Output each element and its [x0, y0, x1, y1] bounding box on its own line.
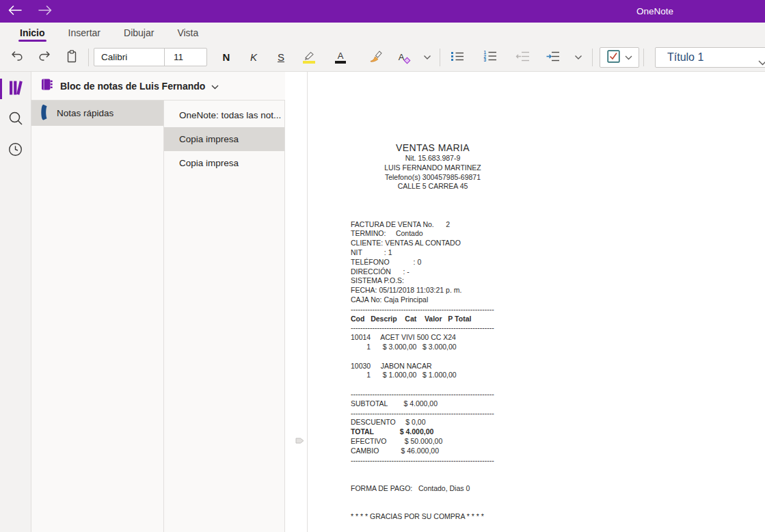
receipt-line: CLIENTE: VENTAS AL CONTADO [351, 239, 515, 248]
formatting-toolbar: Calibri 11 N K S A A [0, 43, 765, 72]
receipt-line: DESCUENTO $ 0,00 [351, 418, 515, 427]
highlighter-icon [302, 51, 316, 64]
receipt-line: TELÉFONO : 0 [351, 258, 515, 267]
titlebar: OneNote [0, 0, 765, 23]
undo-button[interactable] [3, 46, 31, 69]
bullet-list-button[interactable] [443, 46, 472, 69]
decrease-indent-button[interactable] [507, 46, 539, 69]
receipt-line [351, 465, 515, 475]
pages-panel: OneNote: todas las not... Copia impresa … [164, 101, 285, 532]
receipt-line: CAMBIO $ 46.000,00 [351, 447, 515, 456]
receipt-line [351, 380, 515, 390]
page-item[interactable]: OneNote: todas las not... [164, 103, 284, 127]
page-item[interactable]: Copia impresa [164, 151, 284, 175]
chevron-down-icon [625, 52, 632, 62]
notebook-title: Bloc de notas de Luis Fernando [60, 81, 205, 92]
chevron-down-icon [758, 56, 765, 68]
font-color-button[interactable]: A [326, 46, 355, 69]
ribbon-tab[interactable]: Inicio [18, 23, 46, 43]
todo-tag-button[interactable] [600, 47, 639, 68]
bullet-list-icon [450, 51, 465, 64]
receipt-line: DIRECCIÓN : - [351, 267, 515, 277]
list-options-expand-button[interactable] [569, 46, 588, 69]
search-rail-button[interactable] [0, 106, 31, 133]
underline-button[interactable]: S [267, 46, 295, 69]
receipt-line: TOTAL $ 4.000,00 [351, 427, 515, 437]
format-painter-icon [368, 49, 384, 65]
font-combo: Calibri 11 [94, 48, 207, 66]
numbered-list-button[interactable]: 1 2 3 [474, 46, 506, 69]
receipt-line [351, 191, 515, 201]
receipt-line: ----------------------------------------… [351, 409, 515, 418]
collapse-pane-button[interactable] [294, 435, 306, 449]
onenote-window: OneNote Inicio Insertar Dibujar Vista Ca… [0, 0, 765, 532]
toolbar-separator [88, 49, 89, 66]
italic-icon: K [250, 51, 257, 63]
highlight-button[interactable] [295, 46, 323, 69]
receipt-line [351, 201, 515, 211]
underline-icon: S [278, 51, 284, 63]
undo-icon [10, 49, 24, 65]
receipt-line: FORMA DE PAGO: Contado, Dias 0 [351, 484, 515, 494]
receipt-line: SISTEMA P.O.S: [351, 276, 515, 286]
increase-indent-icon [546, 51, 561, 64]
toolbar-separator [592, 49, 593, 66]
section-label: Notas rápidas [57, 108, 113, 118]
back-icon [8, 5, 23, 18]
style-select[interactable]: Título 1 [655, 47, 765, 68]
receipt-line: ----------------------------------------… [351, 456, 515, 466]
section-item[interactable]: Notas rápidas [31, 101, 163, 126]
bold-icon: N [223, 51, 230, 63]
ribbon-tab[interactable]: Dibujar [122, 23, 155, 43]
paste-icon [65, 49, 79, 66]
pane-gutter [285, 72, 308, 532]
receipt-line: Telefono(s) 300457985-69871 [351, 173, 515, 183]
ribbon-tab[interactable]: Insertar [67, 23, 102, 43]
clear-formatting-button[interactable]: A [390, 46, 418, 69]
page-canvas[interactable]: VENTAS MARIA Nit. 15.683.987-9 LUIS FERN… [308, 72, 765, 532]
font-options-expand-button[interactable] [418, 46, 437, 69]
ribbon-tab[interactable]: Vista [176, 23, 200, 43]
paste-button[interactable] [58, 46, 85, 69]
svg-text:3: 3 [484, 57, 487, 62]
receipt-text-block[interactable]: VENTAS MARIA Nit. 15.683.987-9 LUIS FERN… [351, 142, 515, 522]
receipt-line: 10030 JABON NACAR [351, 362, 515, 371]
sections-panel: Notas rápidas [31, 101, 164, 532]
font-color-icon: A [335, 51, 346, 64]
numbered-list-icon: 1 2 3 [483, 50, 498, 64]
chevron-down-icon [423, 52, 431, 62]
font-name-select[interactable]: Calibri [94, 49, 164, 66]
receipt-line: FECHA: 05/11/2018 11:03:21 p. m. [351, 286, 515, 295]
section-icon [40, 104, 49, 123]
style-selected-label: Título 1 [667, 51, 703, 64]
recent-notes-rail-button[interactable] [0, 137, 31, 164]
font-size-select[interactable]: 11 [164, 49, 206, 66]
bold-button[interactable]: N [213, 46, 240, 69]
receipt-line [351, 494, 515, 503]
redo-icon [38, 49, 51, 65]
forward-button[interactable] [30, 0, 60, 23]
toolbar-separator [440, 49, 440, 66]
receipt-line: SUBTOTAL $ 4.000,00 [351, 399, 515, 409]
receipt-line: 1 $ 3.000,00 $ 3.000,00 [351, 343, 515, 352]
page-item[interactable]: Copia impresa [164, 127, 284, 151]
todo-checkbox-icon [607, 50, 620, 65]
redo-button[interactable] [31, 46, 58, 69]
notebooks-rail-button[interactable] [0, 75, 31, 103]
notebook-icon [40, 78, 53, 94]
increase-indent-button[interactable] [539, 46, 567, 69]
receipt-line: LUIS FERNANDO MARTINEZ [351, 163, 515, 173]
notebooks-icon [7, 79, 24, 100]
back-button[interactable] [0, 0, 30, 23]
format-painter-button[interactable] [362, 46, 390, 69]
receipt-line: CALLE 5 CARREA 45 [351, 182, 515, 191]
forward-icon [38, 5, 53, 18]
notebook-selector[interactable]: Bloc de notas de Luis Fernando [31, 72, 285, 101]
search-icon [8, 110, 24, 129]
italic-button[interactable]: K [240, 46, 267, 69]
decrease-indent-icon [515, 51, 531, 64]
receipt-line: 10014 ACET VIVI 500 CC X24 [351, 333, 515, 343]
receipt-line [351, 475, 515, 484]
receipt-line: * * * * GRACIAS POR SU COMPRA * * * * [351, 512, 515, 522]
receipt-line: Cod Descrip Cat Valor P Total [351, 315, 515, 324]
